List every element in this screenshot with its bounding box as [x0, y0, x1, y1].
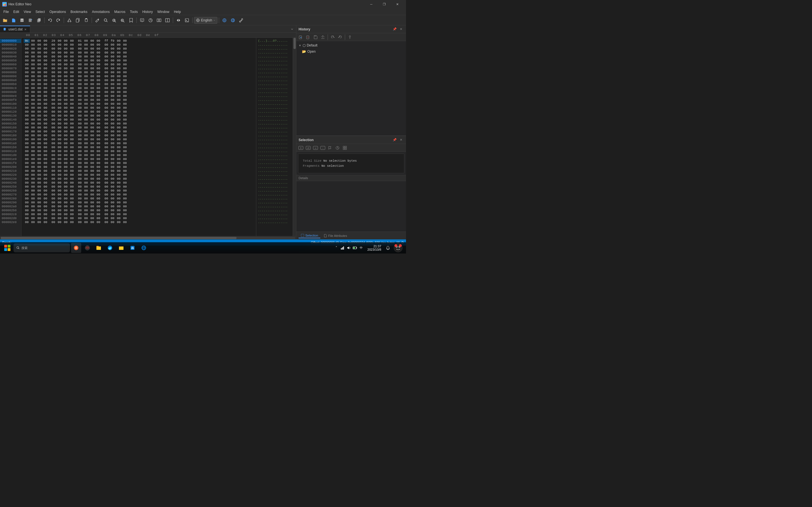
byte-6-1[interactable]: 00	[30, 62, 36, 66]
tray-volume-icon[interactable]	[347, 245, 351, 250]
byte-31-2[interactable]: 00	[36, 161, 42, 165]
search-prev-button[interactable]	[110, 16, 118, 24]
byte-40-4[interactable]: 00	[50, 196, 56, 201]
byte-15-13[interactable]: 00	[109, 98, 116, 102]
byte-23-9[interactable]: 00	[83, 129, 89, 133]
byte-33-12[interactable]: 00	[103, 169, 109, 173]
byte-29-7[interactable]: 00	[69, 153, 75, 157]
byte-10-10[interactable]: 00	[89, 78, 95, 82]
byte-44-5[interactable]: 00	[56, 212, 63, 216]
byte-29-12[interactable]: 00	[103, 153, 109, 157]
byte-12-2[interactable]: 00	[36, 86, 42, 90]
byte-9-1[interactable]: 00	[30, 74, 36, 78]
byte-23-1[interactable]: 00	[30, 129, 36, 133]
byte-26-14[interactable]: 00	[116, 142, 122, 145]
bytes-row-00000010[interactable]: 00000000000000000000000000000000	[21, 43, 256, 47]
selection-close-button[interactable]: ✕	[398, 137, 404, 143]
byte-38-0[interactable]: 00	[24, 189, 30, 193]
byte-3-14[interactable]: 00	[116, 51, 122, 55]
byte-32-5[interactable]: 00	[56, 165, 63, 169]
byte-26-5[interactable]: 00	[56, 142, 63, 145]
byte-1-5[interactable]: 00	[56, 43, 63, 47]
byte-40-11[interactable]: 00	[95, 196, 101, 201]
byte-46-15[interactable]: 00	[122, 220, 128, 224]
byte-27-3[interactable]: 00	[42, 145, 49, 149]
byte-32-7[interactable]: 00	[69, 165, 75, 169]
taskbar-clock[interactable]: 21:37 2023/10/8	[366, 244, 383, 252]
byte-8-15[interactable]: 00	[122, 70, 128, 74]
bytes-row-000002d0[interactable]: 00000000000000000000000000000000	[21, 216, 256, 220]
byte-19-7[interactable]: 00	[69, 114, 75, 118]
byte-16-3[interactable]: 00	[42, 102, 49, 106]
ascii-row-00000280[interactable]: ................	[256, 196, 293, 201]
byte-8-11[interactable]: 00	[95, 70, 101, 74]
byte-43-9[interactable]: 00	[83, 209, 89, 212]
byte-0-13[interactable]: f0	[109, 39, 116, 43]
byte-28-13[interactable]: 00	[109, 149, 116, 153]
byte-12-11[interactable]: 00	[95, 86, 101, 90]
byte-32-3[interactable]: 00	[42, 165, 49, 169]
byte-13-13[interactable]: 00	[109, 90, 116, 94]
byte-26-15[interactable]: 00	[122, 142, 128, 145]
byte-36-0[interactable]: 00	[24, 181, 30, 185]
byte-41-14[interactable]: 00	[116, 201, 122, 205]
byte-1-8[interactable]: 00	[77, 43, 83, 47]
byte-10-12[interactable]: 00	[103, 78, 109, 82]
byte-21-4[interactable]: 00	[50, 122, 56, 126]
byte-28-6[interactable]: 00	[63, 149, 69, 153]
byte-0-3[interactable]: 00	[42, 39, 49, 43]
byte-13-11[interactable]: 00	[95, 90, 101, 94]
byte-23-8[interactable]: 00	[77, 129, 83, 133]
byte-22-13[interactable]: 00	[109, 126, 116, 129]
byte-10-13[interactable]: 00	[109, 78, 116, 82]
byte-41-11[interactable]: 00	[95, 201, 101, 205]
byte-7-1[interactable]: 00	[30, 66, 36, 70]
byte-36-10[interactable]: 00	[89, 181, 95, 185]
byte-29-6[interactable]: 00	[63, 153, 69, 157]
ascii-row-00000150[interactable]: ................	[256, 122, 293, 126]
byte-9-14[interactable]: 00	[116, 74, 122, 78]
byte-45-7[interactable]: 00	[69, 216, 75, 220]
byte-41-4[interactable]: 00	[50, 201, 56, 205]
byte-38-3[interactable]: 00	[42, 189, 49, 193]
ascii-row-00000000[interactable]: (...)...ó?......	[256, 39, 293, 43]
byte-24-13[interactable]: 00	[109, 133, 116, 137]
byte-46-3[interactable]: 00	[42, 220, 49, 224]
byte-11-11[interactable]: 00	[95, 82, 101, 86]
byte-2-1[interactable]: 00	[30, 47, 36, 51]
byte-44-14[interactable]: 00	[116, 212, 122, 216]
byte-31-4[interactable]: 00	[50, 161, 56, 165]
byte-29-13[interactable]: 00	[109, 153, 116, 157]
byte-39-4[interactable]: 00	[50, 193, 56, 196]
byte-36-6[interactable]: 00	[63, 181, 69, 185]
byte-11-6[interactable]: 00	[63, 82, 69, 86]
byte-44-7[interactable]: 00	[69, 212, 75, 216]
minimize-button[interactable]: ─	[365, 0, 378, 8]
byte-29-4[interactable]: 00	[50, 153, 56, 157]
byte-4-10[interactable]: 00	[89, 55, 95, 59]
menu-bookmarks[interactable]: Bookmarks	[68, 9, 90, 14]
search-next-button[interactable]	[119, 16, 126, 24]
taskbar-app-edge[interactable]	[105, 243, 115, 253]
byte-17-4[interactable]: 00	[50, 106, 56, 110]
byte-18-10[interactable]: 00	[89, 110, 95, 114]
byte-12-15[interactable]: 00	[122, 86, 128, 90]
byte-34-2[interactable]: 00	[36, 173, 42, 177]
byte-45-5[interactable]: 00	[56, 216, 63, 220]
byte-14-2[interactable]: 00	[36, 94, 42, 98]
byte-16-6[interactable]: 00	[63, 102, 69, 106]
byte-25-14[interactable]: 00	[116, 137, 122, 142]
byte-37-7[interactable]: 00	[69, 185, 75, 189]
byte-26-1[interactable]: 00	[30, 142, 36, 145]
byte-14-14[interactable]: 00	[116, 94, 122, 98]
byte-45-3[interactable]: 00	[42, 216, 49, 220]
byte-45-4[interactable]: 00	[50, 216, 56, 220]
byte-40-12[interactable]: 00	[103, 196, 109, 201]
byte-44-15[interactable]: 00	[122, 212, 128, 216]
byte-3-5[interactable]: 00	[56, 51, 63, 55]
byte-18-8[interactable]: 00	[77, 110, 83, 114]
byte-18-6[interactable]: 00	[63, 110, 69, 114]
byte-6-15[interactable]: 00	[122, 62, 128, 66]
byte-1-6[interactable]: 00	[63, 43, 69, 47]
byte-2-14[interactable]: 00	[116, 47, 122, 51]
